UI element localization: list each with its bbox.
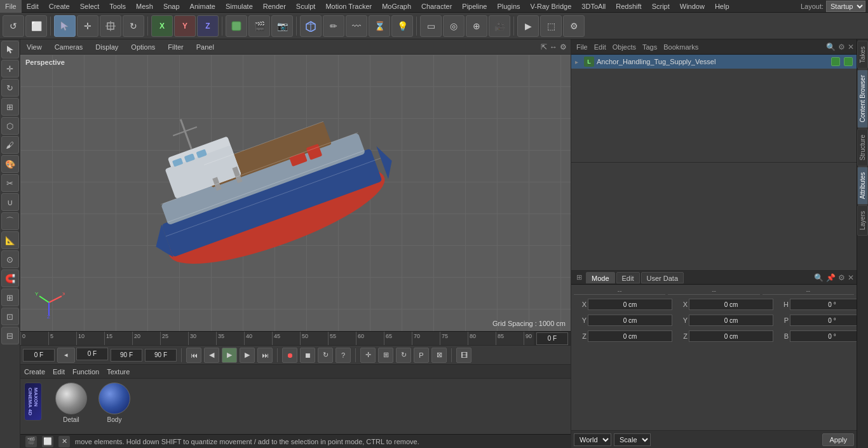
status-icon-1[interactable]: 🎬 — [25, 436, 37, 447]
object-mode-button[interactable] — [226, 15, 247, 37]
material-create-menu[interactable]: Create — [24, 368, 45, 376]
menu-select[interactable]: Select — [75, 0, 105, 13]
menu-simulate[interactable]: Simulate — [220, 0, 258, 13]
sidebar-cursor[interactable] — [1, 41, 19, 58]
scale-dropdown[interactable]: Scale — [614, 433, 651, 446]
loop-button[interactable]: ↻ — [318, 348, 333, 363]
frame-end-input[interactable] — [111, 349, 142, 362]
frame-input-2[interactable] — [76, 348, 108, 360]
menu-vray-bridge[interactable]: V-Ray Bridge — [526, 0, 577, 13]
material-slot-body[interactable]: Body — [95, 383, 133, 423]
menu-help[interactable]: Help — [710, 0, 735, 13]
timeline[interactable]: 0 5 10 15 20 25 30 35 40 45 50 55 60 65 … — [20, 331, 571, 345]
select-tool-button[interactable] — [54, 15, 76, 37]
objects-file-menu[interactable]: File — [574, 43, 590, 51]
x-axis-button[interactable]: X — [151, 15, 173, 37]
objects-objects-menu[interactable]: Objects — [610, 43, 639, 51]
frame-max-input[interactable] — [145, 349, 177, 362]
attr-close-icon[interactable]: ✕ — [848, 273, 854, 282]
viewport-cameras-menu[interactable]: Cameras — [52, 43, 86, 51]
sidebar-scale[interactable]: ⊞ — [1, 98, 19, 116]
go-to-end-button[interactable]: ⏭ — [257, 348, 273, 363]
menu-window[interactable]: Window — [675, 0, 710, 13]
sidebar-bend[interactable]: ⌒ — [1, 212, 19, 230]
step-back-button[interactable]: ◀ — [204, 348, 219, 363]
vtab-attributes[interactable]: Attributes — [857, 166, 868, 205]
cube-button[interactable] — [300, 15, 322, 37]
menu-motion-tracker[interactable]: Motion Tracker — [320, 0, 377, 13]
undo-button[interactable]: ↺ — [3, 15, 24, 37]
viewport[interactable]: Perspective Grid Spacing : 1000 cm X Y Z — [20, 55, 571, 331]
material-slot-detail[interactable]: Detail — [52, 383, 90, 423]
objects-edit-menu[interactable]: Edit — [592, 43, 609, 51]
pos-y-input[interactable] — [588, 315, 672, 326]
redo-button[interactable]: ⬜ — [25, 15, 47, 37]
pos-x-input[interactable] — [588, 299, 672, 310]
objects-tags-menu[interactable]: Tags — [640, 43, 660, 51]
vtab-takes[interactable]: Takes — [857, 41, 868, 69]
sky-button[interactable]: ◎ — [443, 15, 465, 37]
help-button[interactable]: ? — [336, 348, 351, 363]
objects-search-icon[interactable]: 🔍 — [826, 43, 836, 51]
attr-panel-icon[interactable]: ⊞ — [574, 273, 585, 282]
pos-z-input[interactable] — [588, 330, 672, 342]
sidebar-move[interactable]: ✛ — [1, 60, 19, 78]
menu-pipeline[interactable]: Pipeline — [457, 0, 492, 13]
status-icon-2[interactable]: ⬜ — [42, 436, 53, 447]
frame-start-input[interactable] — [23, 349, 55, 362]
material-texture-menu[interactable]: Texture — [107, 368, 130, 376]
layout-select[interactable]: Startup — [826, 1, 865, 12]
move-tool-button[interactable]: ✛ — [77, 15, 98, 37]
timeline-ruler[interactable]: 0 5 10 15 20 25 30 35 40 45 50 55 60 65 … — [20, 332, 534, 346]
viewport-maximize-icon[interactable]: ⇱ — [541, 43, 547, 51]
material-ball-detail[interactable] — [55, 383, 87, 414]
objects-list[interactable]: ▸ L Anchor_Handling_Tug_Supply_Vessel — [571, 55, 857, 162]
menu-script[interactable]: Script — [647, 0, 675, 13]
menu-create[interactable]: Create — [44, 0, 75, 13]
rot-y-input[interactable] — [689, 315, 773, 326]
sidebar-polygon[interactable]: ⬡ — [1, 117, 19, 135]
material-ball-body[interactable] — [98, 383, 130, 414]
menu-sculpt[interactable]: Sculpt — [291, 0, 321, 13]
menu-mograph[interactable]: MoGraph — [377, 0, 416, 13]
viewport-lock-icon[interactable]: ⚙ — [560, 43, 567, 51]
sidebar-paint[interactable]: 🎨 — [1, 155, 19, 173]
rotate-keys-button[interactable]: ↻ — [396, 348, 411, 363]
current-frame-input[interactable] — [536, 332, 568, 345]
sidebar-snap[interactable]: 🧲 — [1, 269, 19, 287]
film-button[interactable]: 🎬 — [248, 15, 270, 37]
viewport-panel-menu[interactable]: Panel — [194, 43, 217, 51]
sidebar-magnet[interactable]: ∪ — [1, 193, 19, 211]
rotate-tool-button[interactable]: ↻ — [123, 15, 144, 37]
object-row-vessel[interactable]: ▸ L Anchor_Handling_Tug_Supply_Vessel — [571, 55, 857, 69]
camera-button[interactable]: 📷 — [271, 15, 293, 37]
attr-search-icon[interactable]: 🔍 — [814, 273, 824, 282]
attr-tab-edit[interactable]: Edit — [616, 272, 640, 283]
status-icon-3[interactable]: ✕ — [58, 436, 70, 447]
sidebar-knife[interactable]: ✂ — [1, 174, 19, 192]
menu-render[interactable]: Render — [258, 0, 291, 13]
attr-settings-icon[interactable]: ⚙ — [838, 273, 845, 282]
film-mode-button[interactable]: 🎞 — [456, 348, 471, 363]
record-button[interactable]: ⏺ — [282, 348, 297, 363]
sidebar-brush[interactable]: 🖌 — [1, 136, 19, 154]
playback-arrows-left[interactable]: ◂ — [57, 348, 75, 363]
render-region-button[interactable]: ⬚ — [540, 15, 562, 37]
go-to-start-button[interactable]: ⏮ — [186, 348, 201, 363]
menu-animate[interactable]: Animate — [185, 0, 220, 13]
material-function-menu[interactable]: Function — [72, 368, 99, 376]
camera2-button[interactable]: 🎥 — [489, 15, 510, 37]
menu-plugins[interactable]: Plugins — [492, 0, 525, 13]
menu-3dtoall[interactable]: 3DToAll — [576, 0, 611, 13]
spline-button[interactable]: 〰 — [346, 15, 367, 37]
move-keys-button[interactable]: ✛ — [360, 348, 376, 363]
attr-pin-icon[interactable]: 📌 — [826, 273, 836, 282]
position-key-button[interactable]: P — [414, 348, 429, 363]
object-render-indicator[interactable] — [844, 57, 853, 66]
light-button[interactable]: 💡 — [391, 15, 413, 37]
vtab-structure[interactable]: Structure — [857, 129, 868, 166]
sidebar-walk[interactable]: ⊙ — [1, 250, 19, 268]
apply-button[interactable]: Apply — [822, 433, 854, 446]
viewport-filter-menu[interactable]: Filter — [165, 43, 186, 51]
sidebar-extra[interactable]: ⊡ — [1, 308, 19, 325]
